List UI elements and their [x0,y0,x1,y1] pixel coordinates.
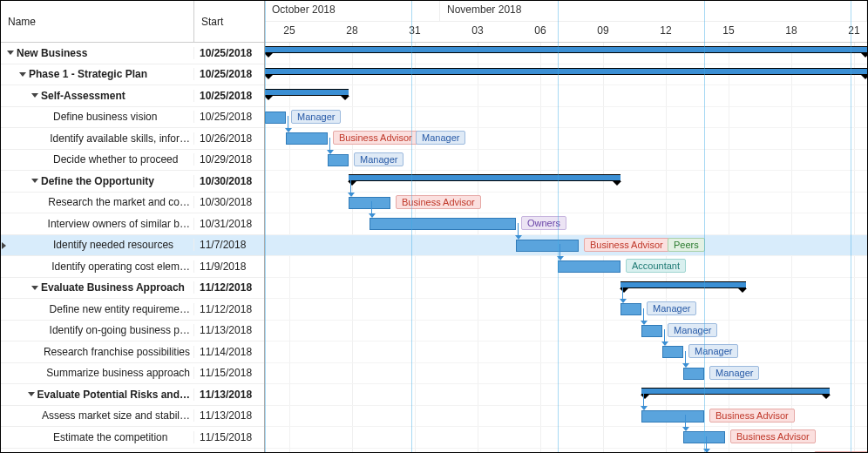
timeline-row[interactable]: Manager [265,341,867,363]
table-row[interactable]: Summarize business approach11/15/2018 [1,363,264,385]
timeline-row[interactable]: Business Advisor [265,427,867,449]
task-bar[interactable] [683,368,704,380]
timeline-row[interactable] [265,85,867,107]
expander-icon[interactable] [28,392,35,396]
timeline-row[interactable]: Business Adviso [265,449,867,453]
task-start-cell[interactable]: 11/13/2018 [194,324,264,336]
task-start-cell[interactable]: 10/25/2018 [194,68,264,80]
task-name-cell[interactable]: Define business vision [1,111,194,123]
task-name-cell[interactable]: Identify needed resources [1,239,194,251]
task-bar[interactable] [641,410,704,423]
task-bar[interactable] [286,132,328,145]
task-bar[interactable] [620,303,641,315]
table-row[interactable]: Research the market and co…10/30/2018 [1,193,264,214]
summary-bar[interactable] [620,281,746,288]
task-start-cell[interactable]: 11/13/2018 [194,389,264,401]
table-row[interactable]: Evaluate Potential Risks and…11/13/2018 [1,384,264,406]
task-start-cell[interactable]: 10/31/2018 [194,218,264,230]
task-bar[interactable] [265,112,286,124]
task-start-cell[interactable]: 11/7/2018 [194,239,264,251]
timeline-row[interactable]: Manager [265,150,867,172]
table-row[interactable]: Define the Opportunity10/30/2018 [1,171,264,193]
expander-icon[interactable] [19,72,26,77]
column-header-name[interactable]: Name [1,1,194,42]
timeline-row[interactable] [265,43,867,64]
expander-icon[interactable] [31,286,38,290]
task-start-cell[interactable]: 11/13/2018 [194,409,264,422]
timeline-row[interactable] [265,278,867,300]
task-start-cell[interactable]: 11/15/2018 [194,431,264,443]
table-row[interactable]: Identify operating cost elem…11/9/2018 [1,256,264,278]
timeline-row[interactable]: Owners [265,213,867,235]
task-name-cell[interactable]: Assess market size and stabil… [1,409,194,422]
task-start-cell[interactable]: 10/25/2018 [194,47,264,59]
table-row[interactable]: Identify needed resources11/7/2018 [1,235,264,257]
expander-icon[interactable] [31,93,38,98]
task-name-cell[interactable]: New Business [1,47,194,59]
timeline-row[interactable]: Manager [265,107,867,129]
table-row[interactable]: Define business vision10/25/2018 [1,107,264,129]
table-row[interactable]: Decide whether to proceed10/29/2018 [1,150,264,172]
table-row[interactable]: Identify available skills, infor…10/26/2… [1,128,264,150]
task-name-cell[interactable]: Identify available skills, infor… [1,132,194,145]
task-name-cell[interactable]: Research the market and co… [1,196,194,208]
task-name-cell[interactable]: Research franchise possibilities [1,346,194,358]
summary-bar[interactable] [349,174,620,181]
task-name-cell[interactable]: Identify operating cost elem… [1,260,194,273]
table-row[interactable]: Define new entity requireme…11/12/2018 [1,299,264,321]
timeline-row[interactable] [265,384,867,406]
timeline-row[interactable]: Manager [265,321,867,342]
task-bar[interactable] [558,260,620,273]
summary-bar[interactable] [265,89,349,96]
task-start-cell[interactable]: 11/15/2018 [194,367,264,379]
timeline-pane[interactable]: October 2018November 2018 25283103060912… [265,1,867,452]
task-bar[interactable] [516,240,579,252]
task-start-cell[interactable]: 11/14/2018 [194,346,264,358]
timeline-row[interactable]: Business Advisor [265,406,867,428]
expander-icon[interactable] [7,51,14,55]
task-start-cell[interactable]: 10/30/2018 [194,196,264,208]
task-start-cell[interactable]: 10/29/2018 [194,153,264,166]
task-name-cell[interactable]: Evaluate Business Approach [1,281,194,294]
timeline-row[interactable] [265,64,867,86]
timeline-row[interactable]: Business AdvisorManager [265,128,867,150]
task-bar[interactable] [641,325,662,337]
task-name-cell[interactable]: Decide whether to proceed [1,153,194,166]
table-row[interactable]: Phase 1 - Strategic Plan10/25/2018 [1,64,264,86]
task-name-cell[interactable]: Evaluate Potential Risks and… [1,389,194,401]
task-bar[interactable] [349,197,390,209]
summary-bar[interactable] [641,388,830,395]
timeline-row[interactable]: Manager [265,299,867,321]
task-bar[interactable] [662,346,683,358]
summary-bar[interactable] [265,46,867,53]
task-name-cell[interactable]: Self-Assessment [1,90,194,102]
expander-icon[interactable] [31,179,38,183]
timeline-row[interactable]: Business Advisor [265,193,867,214]
task-bar[interactable] [370,218,516,230]
task-start-cell[interactable]: 10/25/2018 [194,90,264,102]
table-row[interactable]: Interview owners of similar b…10/31/2018 [1,213,264,235]
table-row[interactable]: New Business10/25/2018 [1,43,264,64]
table-row[interactable]: Evaluate Business Approach11/12/2018 [1,278,264,300]
table-row[interactable]: Self-Assessment10/25/2018 [1,85,264,107]
table-row[interactable]: Assess needed resource avail…11/16/2018 [1,449,264,453]
task-name-cell[interactable]: Estimate the competition [1,431,194,443]
task-start-cell[interactable]: 11/12/2018 [194,303,264,315]
task-start-cell[interactable]: 11/12/2018 [194,281,264,294]
summary-bar[interactable] [265,68,867,75]
task-name-cell[interactable]: Identify on-going business p… [1,324,194,336]
column-header-start[interactable]: Start [194,1,264,42]
task-start-cell[interactable]: 10/30/2018 [194,175,264,187]
table-row[interactable]: Research franchise possibilities11/14/20… [1,341,264,363]
task-bar[interactable] [328,154,349,166]
task-start-cell[interactable]: 10/25/2018 [194,111,264,123]
table-row[interactable]: Identify on-going business p…11/13/2018 [1,321,264,342]
task-start-cell[interactable]: 10/26/2018 [194,132,264,145]
timeline-row[interactable]: Accountant [265,256,867,278]
task-name-cell[interactable]: Interview owners of similar b… [1,218,194,230]
table-row[interactable]: Assess market size and stabil…11/13/2018 [1,406,264,428]
task-name-cell[interactable]: Phase 1 - Strategic Plan [1,68,194,80]
task-name-cell[interactable]: Define the Opportunity [1,175,194,187]
task-name-cell[interactable]: Summarize business approach [1,367,194,379]
table-row[interactable]: Estimate the competition11/15/2018 [1,427,264,449]
